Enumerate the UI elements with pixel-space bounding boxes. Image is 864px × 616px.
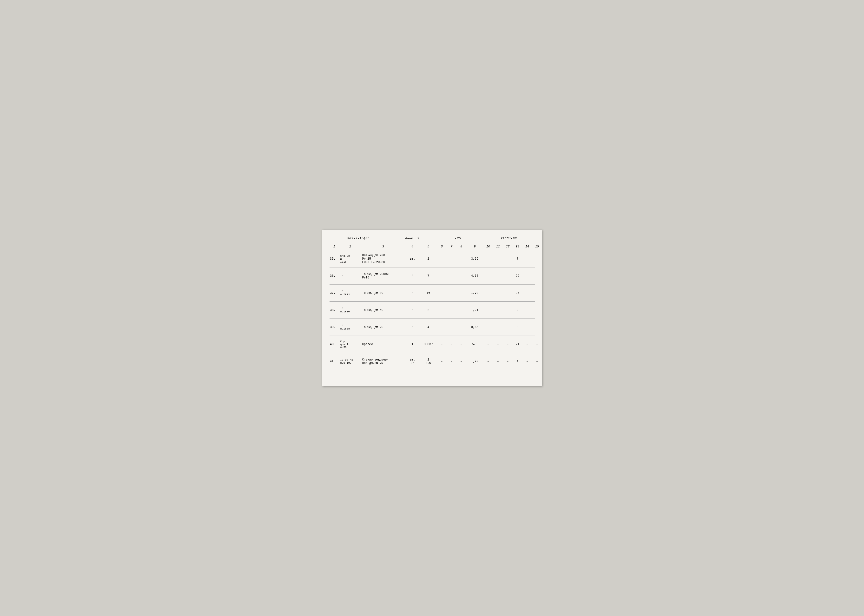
col-header-2: 2 (339, 244, 361, 249)
row-col10: – (484, 359, 493, 364)
row-col10: – (484, 342, 493, 347)
row-col12: – (503, 359, 513, 364)
row-col15: – (532, 325, 542, 330)
row-unit: –"– (405, 291, 420, 296)
row-col13: 29 (513, 273, 523, 279)
row-ref: –"– п.I8I2 (339, 289, 361, 297)
row-col13: 4 (513, 359, 523, 364)
row-num: 37. (330, 291, 339, 296)
row-desc: То же, дм.20 (361, 325, 405, 330)
row-col11: – (493, 359, 503, 364)
row-col12: – (503, 256, 513, 262)
row-col8: – (457, 291, 466, 296)
row-col10: – (484, 256, 493, 262)
row-num: 36. (330, 273, 339, 279)
row-col12: – (503, 291, 513, 296)
row-col9: 0,65 (466, 325, 484, 330)
row-col13: 27 (513, 291, 523, 296)
row-col12: – (503, 273, 513, 279)
row-col14: – (523, 308, 532, 313)
table-row: 36.–"–То же, дм.200мм РуI6"7–––4,I3–––29… (330, 267, 535, 284)
row-unit: шт. (405, 256, 420, 262)
table-row: 35.Спр.цен Ш I8I6Фланец дм.200 Ру 25 ГОС… (330, 250, 535, 267)
row-col14: – (523, 359, 532, 364)
row-col5: 2 (420, 308, 437, 313)
row-col6: – (437, 273, 447, 279)
doc-part: -25 = (455, 237, 465, 240)
row-col12: – (503, 342, 513, 347)
col-header-1: I (330, 244, 339, 249)
row-desc: Стекло водомер- ное дм.30 мм (361, 357, 405, 366)
row-col13: 2 (513, 308, 523, 313)
col-header-8: 8 (457, 244, 466, 249)
row-col7: – (447, 359, 457, 364)
col-header-12: I2 (503, 244, 513, 249)
row-col10: – (484, 325, 493, 330)
row-col9: 573 (466, 342, 484, 347)
row-col9: 4,I3 (466, 273, 484, 279)
table-body: 35.Спр.цен Ш I8I6Фланец дм.200 Ру 25 ГОС… (330, 250, 535, 370)
row-unit: " (405, 325, 420, 330)
row-col6: – (437, 325, 447, 330)
row-col5: 2 3,0 (420, 357, 437, 366)
doc-info: 903-9-15ф86 Альб. Х -25 = 21664-08 (330, 235, 535, 242)
row-col8: – (457, 273, 466, 279)
col-header-10: IO (484, 244, 493, 249)
row-ref: Спр.цен Ш I8I6 (339, 253, 361, 264)
row-desc: Фланец дм.200 Ру 25 ГОСТ I2820-80 (361, 253, 405, 265)
row-col8: – (457, 308, 466, 313)
row-desc: То же, дм.50 (361, 308, 405, 313)
col-header-3: 3 (361, 244, 405, 249)
row-col8: – (457, 359, 466, 364)
row-col11: – (493, 256, 503, 262)
row-col11: – (493, 325, 503, 330)
row-col14: – (523, 342, 532, 347)
col-header-9: 9 (466, 244, 484, 249)
row-col15: – (532, 291, 542, 296)
row-col5: 2 (420, 256, 437, 262)
table-row: 4I.I7-06-48 п.5-I99Стекло водомер- ное д… (330, 353, 535, 370)
table-row: 38.–"– п.I8I0То же, дм.50"2–––I,2I–––2–– (330, 302, 535, 319)
row-desc: То же, дм.200мм РуI6 (361, 272, 405, 280)
row-col6: – (437, 359, 447, 364)
row-col9: I,20 (466, 359, 484, 364)
row-unit: т (405, 342, 420, 347)
row-col9: 3,59 (466, 256, 484, 262)
table-row: 39.–"– п.I808То же, дм.20"4–––0,65–––3–– (330, 319, 535, 336)
row-col7: – (447, 273, 457, 279)
row-col10: – (484, 291, 493, 296)
row-col11: – (493, 308, 503, 313)
row-col15: – (532, 308, 542, 313)
row-col5: 7 (420, 273, 437, 279)
row-num: 40. (330, 342, 339, 347)
row-col7: – (447, 325, 457, 330)
row-ref: –"– (339, 273, 361, 278)
row-col8: – (457, 325, 466, 330)
row-col8: – (457, 342, 466, 347)
row-col6: – (437, 342, 447, 347)
row-ref: –"– п.I8I0 (339, 306, 361, 314)
page: 903-9-15ф86 Альб. Х -25 = 21664-08 I 2 3… (322, 230, 542, 386)
row-unit: " (405, 308, 420, 313)
row-ref: I7-06-48 п.5-I99 (339, 358, 361, 365)
row-col7: – (447, 256, 457, 262)
row-col14: – (523, 256, 532, 262)
row-num: 4I. (330, 359, 339, 364)
row-num: 38. (330, 308, 339, 313)
row-col7: – (447, 291, 457, 296)
row-ref: –"– п.I808 (339, 324, 361, 331)
row-col5: 4 (420, 325, 437, 330)
row-desc: Крепеж (361, 342, 405, 347)
row-col10: – (484, 308, 493, 313)
row-col8: – (457, 256, 466, 262)
col-header-6: 6 (437, 244, 447, 249)
row-col15: – (532, 273, 542, 279)
row-col11: – (493, 273, 503, 279)
row-desc: То же, дм.80 (361, 291, 405, 296)
doc-number: 21664-08 (501, 237, 517, 240)
col-header-11: II (493, 244, 503, 249)
row-col12: – (503, 308, 513, 313)
row-col15: – (532, 256, 542, 262)
row-col14: – (523, 273, 532, 279)
row-col5: 0,037 (420, 342, 437, 347)
